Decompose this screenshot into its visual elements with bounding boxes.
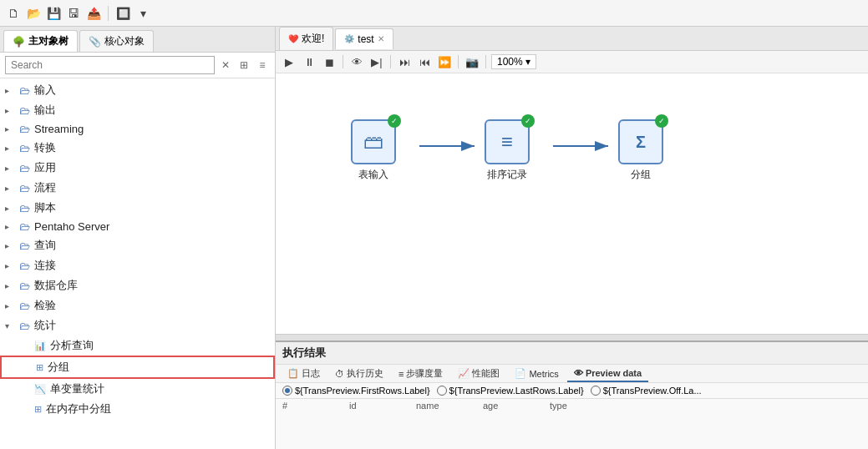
results-header-row: # id name age type [276, 398, 868, 412]
first-rows-label: ${TransPreview.FirstRows.Label} [295, 386, 430, 396]
preview-label: Preview data [586, 368, 642, 378]
tree-item-output[interactable]: ▸🗁输出 [0, 100, 275, 120]
folder-icon-output: 🗁 [19, 104, 30, 117]
canvas-toolbar: ▶ ⏸ ◼ 👁 ▶| ⏭ ⏮ ⏩ 📷 100% ▾ [276, 51, 868, 73]
tab-core-objects[interactable]: 📎 核心对象 [79, 30, 154, 52]
col-type: type [550, 401, 617, 411]
tab-test[interactable]: ⚙️ test ✕ [335, 28, 393, 49]
col-hash: # [282, 401, 349, 411]
node-group-by[interactable]: ✓ Σ 分组 [618, 119, 663, 182]
tree-item-script[interactable]: ▸🗁脚本 [0, 198, 275, 218]
tree-arrow-script: ▸ [5, 204, 17, 213]
tree-item-statistics[interactable]: ▾🗁统计 [0, 315, 275, 335]
tree-item-verify[interactable]: ▸🗁检验 [0, 295, 275, 315]
pause-icon[interactable]: ⏸ [301, 53, 317, 70]
preview-tab-icon: 👁 [574, 368, 583, 378]
folder-icon-pentaho-server: 🗁 [19, 220, 30, 233]
tree-item-univar-stats[interactable]: 📉单变量统计 [0, 379, 275, 399]
steps-icon: ≡ [398, 369, 404, 379]
tree-item-connect[interactable]: ▸🗁连接 [0, 255, 275, 275]
tree-item-inmem-group[interactable]: ⊞在内存中分组 [0, 399, 275, 419]
export-icon[interactable]: 📤 [85, 5, 102, 22]
tree-label-streaming: Streaming [34, 123, 84, 135]
right-panel: ❤️ 欢迎! ⚙️ test ✕ ▶ ⏸ ◼ 👁 ▶| ⏭ ⏮ ⏩ 📷 1 [276, 27, 868, 449]
col-id: id [349, 401, 416, 411]
tree-item-apply[interactable]: ▸🗁应用 [0, 158, 275, 178]
results-tab-steps-measure[interactable]: ≡ 步骤度量 [392, 365, 449, 382]
col-name: name [416, 401, 483, 411]
node-sort-records-box[interactable]: ✓ ≡ [485, 119, 530, 164]
core-objects-label: 核心对象 [104, 34, 145, 48]
steps-label: 步骤度量 [406, 367, 443, 380]
radio-first-rows[interactable]: ${TransPreview.FirstRows.Label} [282, 386, 430, 396]
node-sort-records-label: 排序记录 [487, 168, 527, 182]
folder-icon-input: 🗁 [19, 84, 30, 97]
tab-main-tree[interactable]: 🌳 主对象树 [3, 30, 78, 52]
tree-item-input[interactable]: ▸🗁输入 [0, 80, 275, 100]
dropdown-icon[interactable]: ▾ [135, 5, 151, 22]
save-as-icon[interactable]: 🖫 [65, 5, 82, 22]
main-tree-label: 主对象树 [28, 34, 69, 48]
tree-label-script: 脚本 [34, 200, 56, 215]
tree-item-transform[interactable]: ▸🗁转换 [0, 138, 275, 158]
node-group-by-box[interactable]: ✓ Σ [618, 119, 663, 164]
preview-icon[interactable]: 👁 [348, 53, 365, 70]
tree-item-pentaho-server[interactable]: ▸🗁Pentaho Server [0, 218, 275, 235]
node-sort-records[interactable]: ✓ ≡ 排序记录 [485, 119, 530, 182]
tree-label-inmem-group: 在内存中分组 [46, 401, 111, 416]
open-icon[interactable]: 📂 [25, 5, 42, 22]
tree-item-group[interactable]: ⊞分组 [0, 356, 275, 379]
search-clear-icon[interactable]: ✕ [218, 58, 233, 73]
run-icon[interactable]: ▶ [281, 53, 297, 70]
tree-item-streaming[interactable]: ▸🗁Streaming [0, 120, 275, 138]
node-table-input[interactable]: ✓ 🗃 表输入 [351, 119, 396, 182]
item-icon-inmem-group: ⊞ [34, 404, 42, 415]
log-label: 日志 [302, 367, 320, 380]
new-file-icon[interactable]: 🗋 [5, 5, 22, 22]
welcome-label: 欢迎! [302, 32, 324, 46]
folder-icon-query: 🗁 [19, 240, 30, 252]
last-rows-label: ${TransPreview.LastRows.Label} [449, 386, 584, 396]
layers-icon[interactable]: 🔲 [114, 5, 131, 22]
step-back-icon[interactable]: ⏮ [416, 53, 433, 70]
canvas-scrollbar[interactable] [276, 334, 868, 341]
zoom-dropdown-icon[interactable]: ▾ [525, 56, 530, 68]
canvas-svg [276, 73, 868, 341]
results-tab-exec-history[interactable]: ⏱ 执行历史 [328, 365, 390, 382]
search-input[interactable] [5, 56, 215, 74]
save-icon[interactable]: 💾 [45, 5, 62, 22]
folder-icon-streaming: 🗁 [19, 123, 30, 135]
radio-last-rows[interactable]: ${TransPreview.LastRows.Label} [437, 386, 584, 396]
tree-item-analysis-query[interactable]: 📊分析查询 [0, 335, 275, 356]
search-filter-icon[interactable]: ≡ [255, 58, 270, 73]
toolbar-sep-1 [108, 6, 109, 21]
snapshot-icon[interactable]: 📷 [464, 53, 480, 70]
col-age: age [483, 401, 550, 411]
tree-item-query[interactable]: ▸🗁查询 [0, 235, 275, 255]
tree-item-datawarehouse[interactable]: ▸🗁数据仓库 [0, 275, 275, 295]
radio-off[interactable]: ${TransPreview.Off.La... [591, 386, 702, 396]
results-tab-log[interactable]: 📋 日志 [281, 365, 327, 382]
results-tab-preview[interactable]: 👁 Preview data [567, 366, 648, 382]
metrics-icon: 📄 [515, 368, 526, 379]
radio-last-rows-dot [437, 386, 447, 396]
node-table-input-box[interactable]: ✓ 🗃 [351, 119, 396, 164]
tree-label-transform: 转换 [34, 140, 56, 155]
tree-arrow-transform: ▸ [5, 144, 17, 153]
left-panel: 🌳 主对象树 📎 核心对象 ✕ ⊞ ≡ ▸🗁输入▸🗁输出▸🗁Streaming▸… [0, 27, 276, 449]
stop-icon[interactable]: ◼ [321, 53, 338, 70]
tab-close-icon[interactable]: ✕ [378, 34, 384, 43]
tree-item-flow[interactable]: ▸🗁流程 [0, 178, 275, 198]
run-step-icon[interactable]: ▶| [368, 53, 385, 70]
zoom-control[interactable]: 100% ▾ [491, 54, 536, 69]
tree-label-output: 输出 [34, 103, 56, 118]
step-forward-icon[interactable]: ⏩ [436, 53, 453, 70]
skip-forward-icon[interactable]: ⏭ [396, 53, 413, 70]
results-tab-metrics[interactable]: 📄 Metrics [508, 366, 565, 381]
canvas-area[interactable]: ✓ 🗃 表输入 ✓ ≡ 排序记录 ✓ Σ 分组 [276, 73, 868, 341]
search-expand-icon[interactable]: ⊞ [236, 58, 251, 73]
tab-welcome[interactable]: ❤️ 欢迎! [279, 27, 333, 50]
results-tab-perf-chart[interactable]: 📈 性能图 [451, 365, 506, 382]
item-icon-univar-stats: 📉 [34, 384, 46, 395]
tree-label-query: 查询 [34, 238, 56, 253]
